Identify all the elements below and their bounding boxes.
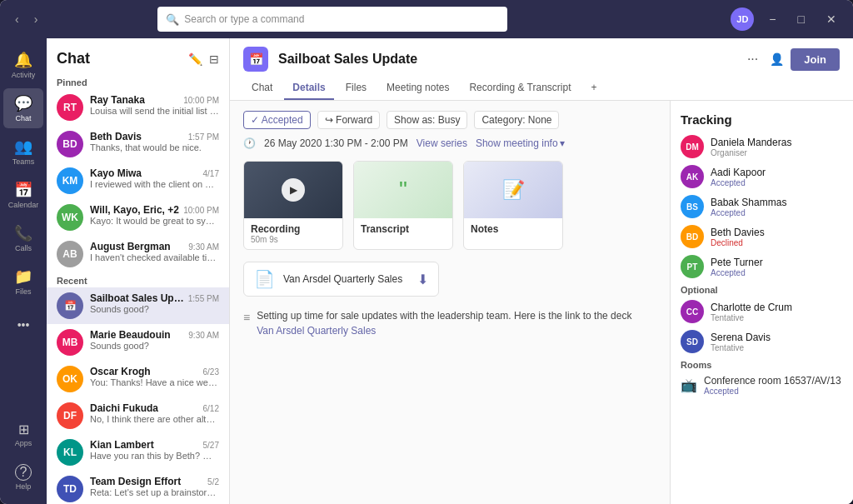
- join-button[interactable]: Join: [791, 48, 840, 71]
- sidebar-label-apps: Apps: [15, 439, 32, 447]
- file-attachment[interactable]: 📄 Van Arsdel Quarterly Sales ⬇: [243, 262, 439, 297]
- avatar: 📅: [57, 292, 83, 319]
- sidebar-item-calls[interactable]: 📞 Calls: [3, 218, 43, 258]
- list-item[interactable]: DF Daichi Fukuda 6/12 No, I think there …: [47, 397, 229, 434]
- list-item[interactable]: KM Kayo Miwa 4/17 I reviewed with the cl…: [47, 162, 229, 199]
- list-item[interactable]: TD Team Design Effort 5/2 Reta: Let's se…: [47, 471, 229, 504]
- transcript-info: Transcript: [354, 218, 452, 240]
- list-item: DM Daniela Manderas Organiser: [681, 135, 843, 158]
- close-button[interactable]: ✕: [820, 11, 843, 27]
- chat-name: Will, Kayo, Eric, +2: [90, 204, 179, 216]
- sidebar-item-teams[interactable]: 👥 Teams: [3, 132, 43, 172]
- filter-icon[interactable]: ⊟: [209, 52, 219, 66]
- chat-preview: No, I think there are other alternatives…: [90, 414, 219, 424]
- recording-duration: 50m 9s: [251, 235, 336, 244]
- sidebar-item-help[interactable]: ? Help: [3, 457, 43, 497]
- transcript-card[interactable]: " Transcript: [353, 161, 453, 250]
- tab-files[interactable]: Files: [337, 77, 375, 100]
- show-meeting-info[interactable]: Show meeting info ▾: [476, 137, 565, 149]
- list-item[interactable]: AB August Bergman 9:30 AM I haven't chec…: [47, 236, 229, 272]
- sidebar-item-more[interactable]: •••: [3, 305, 43, 345]
- view-series-link[interactable]: View series: [417, 137, 467, 149]
- notes-card[interactable]: 📝 Notes: [463, 161, 563, 250]
- avatar: BS: [681, 195, 704, 218]
- chat-item-content: Oscar Krogh 6/23 You: Thanks! Have a nic…: [90, 366, 219, 387]
- show-info-text: Show meeting info: [476, 137, 558, 149]
- download-icon[interactable]: ⬇: [417, 272, 428, 287]
- status-badge: Accepted: [711, 208, 843, 217]
- avatar: OK: [57, 366, 83, 392]
- meeting-icon: 📅: [243, 47, 268, 72]
- tab-meeting-notes[interactable]: Meeting notes: [378, 77, 457, 100]
- person-name: Pete Turner: [711, 257, 843, 268]
- meeting-title-row: 📅 Sailboat Sales Update ··· 👤 Join: [243, 38, 840, 77]
- people-icon: 👤: [770, 52, 784, 66]
- recording-card[interactable]: ▶ Recording 50m 9s: [243, 161, 343, 250]
- status-badge: Declined: [711, 238, 843, 247]
- chat-name: Beth Davis: [90, 131, 142, 142]
- chat-item-content: Sailboat Sales Update 1:55 PM Sounds goo…: [90, 292, 219, 314]
- tracking-panel: Tracking DM Daniela Manderas Organiser A…: [670, 101, 853, 504]
- chat-name: Daichi Fukuda: [90, 402, 158, 414]
- compose-icon[interactable]: ✏️: [188, 52, 202, 66]
- tab-details[interactable]: Details: [284, 77, 333, 100]
- sidebar-item-chat[interactable]: 💬 Chat: [3, 88, 43, 128]
- play-button[interactable]: ▶: [282, 178, 305, 202]
- minimize-button[interactable]: −: [762, 11, 782, 27]
- chat-item-content: Kian Lambert 5/27 Have you ran this by B…: [90, 439, 219, 461]
- sidebar-label-files: Files: [15, 287, 31, 296]
- chat-time: 5/27: [203, 441, 219, 450]
- list-item[interactable]: RT Ray Tanaka 10:00 PM Louisa will send …: [47, 89, 229, 126]
- sidebar-item-files[interactable]: 📁 Files: [3, 262, 43, 302]
- category-chip[interactable]: Category: None: [474, 111, 559, 129]
- list-item: CC Charlotte de Crum Tentative: [681, 300, 843, 323]
- accepted-chip[interactable]: ✓ Accepted: [243, 111, 311, 129]
- file-icon: 📄: [254, 269, 275, 289]
- tab-chat[interactable]: Chat: [243, 77, 281, 100]
- list-item[interactable]: WK Will, Kayo, Eric, +2 10:00 PM Kayo: I…: [47, 199, 229, 236]
- list-item[interactable]: KL Kian Lambert 5/27 Have you ran this b…: [47, 434, 229, 471]
- chat-preview: I haven't checked available times yet: [90, 252, 219, 262]
- avatar: CC: [681, 300, 704, 323]
- chat-time: 9:30 AM: [188, 242, 219, 252]
- forward-button[interactable]: ›: [29, 11, 43, 27]
- back-button[interactable]: ‹: [10, 11, 24, 27]
- chat-item-content: Will, Kayo, Eric, +2 10:00 PM Kayo: It w…: [90, 204, 219, 226]
- search-bar[interactable]: 🔍 Search or type a command: [157, 7, 507, 32]
- sidebar-label-help: Help: [16, 482, 32, 491]
- activity-icon: 🔔: [14, 51, 32, 69]
- avatar: DF: [57, 402, 83, 429]
- chat-time: 9:30 AM: [188, 331, 219, 340]
- maximize-button[interactable]: □: [791, 11, 811, 27]
- list-item[interactable]: 📅 Sailboat Sales Update 1:55 PM Sounds g…: [47, 287, 229, 324]
- chat-time: 6/23: [203, 367, 219, 377]
- recent-label: Recent: [47, 272, 229, 287]
- sidebar-item-activity[interactable]: 🔔 Activity: [3, 45, 43, 85]
- forward-chip[interactable]: ↪ Forward: [317, 111, 380, 129]
- calendar-icon: 📅: [14, 181, 32, 199]
- chat-name: Team Design Effort: [90, 476, 181, 487]
- more-icon: •••: [17, 318, 30, 332]
- meeting-info-row: 🕐 26 May 2020 1:30 PM - 2:00 PM View ser…: [243, 137, 656, 149]
- tracking-title: Tracking: [681, 112, 843, 127]
- show-as-chip[interactable]: Show as: Busy: [387, 111, 467, 129]
- avatar: SD: [681, 330, 704, 353]
- tab-recording-transcript[interactable]: Recording & Transcript: [461, 77, 579, 100]
- list-item[interactable]: BD Beth Davis 1:57 PM Thanks, that would…: [47, 126, 229, 162]
- sidebar-label-calendar: Calendar: [8, 201, 39, 209]
- list-item[interactable]: OK Oscar Krogh 6/23 You: Thanks! Have a …: [47, 361, 229, 397]
- chat-preview: Sounds good?: [90, 304, 219, 314]
- avatar: TD: [57, 476, 83, 502]
- room-name: Conference room 16537/AV/13: [704, 375, 841, 387]
- title-bar: ‹ › 🔍 Search or type a command JD − □ ✕: [0, 0, 853, 38]
- user-avatar[interactable]: JD: [731, 7, 754, 31]
- sidebar-item-calendar[interactable]: 📅 Calendar: [3, 175, 43, 215]
- more-options-button[interactable]: ···: [742, 50, 763, 68]
- tab-add[interactable]: +: [583, 77, 606, 100]
- description-link[interactable]: Van Arsdel Quarterly Sales: [257, 325, 376, 337]
- list-item[interactable]: MB Marie Beaudouin 9:30 AM Sounds good?: [47, 324, 229, 361]
- person-name: Serena Davis: [711, 332, 843, 343]
- chat-name: Ray Tanaka: [90, 94, 145, 106]
- status-badge: Accepted: [711, 178, 843, 187]
- sidebar-item-apps[interactable]: ⊞ Apps: [3, 414, 43, 454]
